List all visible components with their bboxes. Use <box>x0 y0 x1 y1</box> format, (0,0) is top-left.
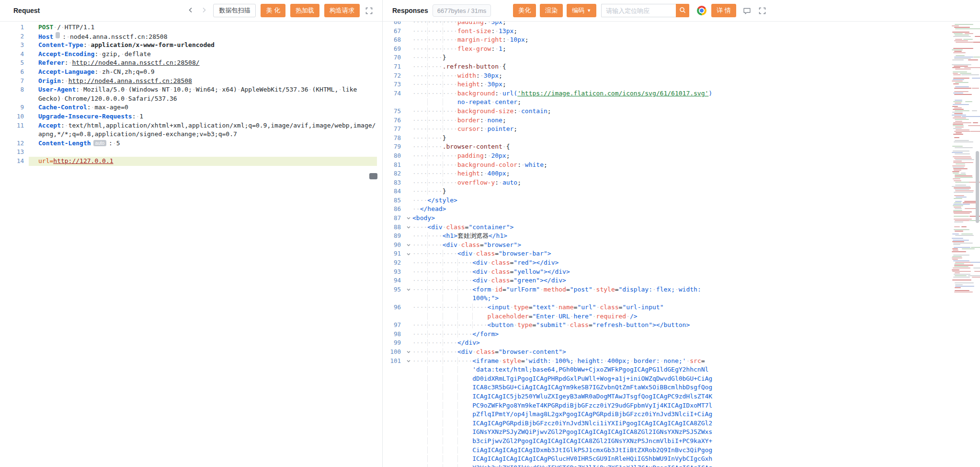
fold-chevron-icon[interactable] <box>405 348 412 357</box>
hot-reload-button[interactable]: 热加载 <box>290 4 319 17</box>
minimap-line <box>953 104 969 105</box>
minimap-line <box>953 128 962 129</box>
packet-scan-button[interactable]: 数据包扫描 <box>213 4 256 17</box>
fold-gutter <box>405 321 412 330</box>
vertical-scrollbar[interactable] <box>975 22 980 467</box>
code-line: 98················</form> <box>383 330 980 339</box>
fold-chevron-icon[interactable] <box>405 223 412 232</box>
minimap-line <box>955 208 962 209</box>
minimap-line <box>953 260 969 261</box>
locate-response-input[interactable] <box>601 4 676 17</box>
fold-gutter <box>405 71 412 81</box>
minimap-line <box>955 284 963 285</box>
line-number <box>383 419 405 428</box>
minimap-line <box>954 247 970 248</box>
minimap-line <box>955 28 974 29</box>
minimap-line <box>953 255 970 256</box>
beautify-response-button[interactable]: 美化 <box>513 4 536 17</box>
line-number <box>383 312 405 321</box>
line-number: 12 <box>0 139 29 148</box>
line-number: 3 <box>0 41 29 50</box>
minimap-line <box>955 103 961 104</box>
detail-button[interactable]: 详 情 <box>711 4 736 17</box>
minimap-line <box>955 110 969 111</box>
minimap-line <box>953 173 959 174</box>
fold-gutter <box>405 455 412 464</box>
minimap-line <box>955 121 962 122</box>
request-panel: Request 数据包扫描 美 化 热加载 构造请求 1POST·/·HTTP/… <box>0 0 383 467</box>
construct-request-button[interactable]: 构造请求 <box>324 4 360 17</box>
fold-gutter <box>29 85 38 94</box>
minimap-line <box>954 116 961 117</box>
minimap-line <box>952 280 971 280</box>
line-number: 13 <box>0 148 29 157</box>
fold-chevron-icon[interactable] <box>405 241 412 250</box>
minimap-line <box>953 79 964 80</box>
request-editor[interactable]: 1POST·/·HTTP/1.12Host:·node4.anna.nssctf… <box>0 22 382 467</box>
chrome-icon[interactable] <box>697 6 707 15</box>
minimap-line <box>963 39 973 40</box>
beautify-request-button[interactable]: 美 化 <box>261 4 285 17</box>
code-line: 86··</head> <box>383 205 980 214</box>
minimap-line <box>952 49 963 50</box>
code-line-wrap: ············no-repeat·center; <box>383 98 980 107</box>
encode-button[interactable]: 编码 ▼ <box>567 4 596 17</box>
expand-response-icon[interactable] <box>758 6 767 15</box>
response-editor[interactable]: 66············padding:·5px;67···········… <box>383 22 980 467</box>
fold-chevron-icon[interactable] <box>405 249 412 258</box>
fold-gutter <box>29 103 38 112</box>
minimap-line <box>956 129 969 130</box>
code-line-wrap: Gecko)·Chrome/120.0.0.0·Safari/537.36 <box>0 94 382 104</box>
minimap-line <box>952 67 960 68</box>
code-line: 92················<div·class="red"></div… <box>383 258 980 268</box>
code-line: 85····</style> <box>383 196 980 205</box>
fold-gutter <box>29 41 38 50</box>
fold-gutter <box>29 139 38 148</box>
response-stats-badge: 6677bytes / 31ms <box>433 4 491 17</box>
code-line-wrap: ················dD0idXRmLTgiPgogICAgPHRp… <box>383 374 980 384</box>
search-button[interactable] <box>676 4 689 17</box>
fold-chevron-icon[interactable] <box>405 357 412 366</box>
fold-gutter <box>405 187 412 196</box>
code-line: 67············font-size:·13px; <box>383 27 980 36</box>
prev-packet-button[interactable] <box>186 6 195 16</box>
minimap-line <box>955 24 973 25</box>
fold-gutter <box>405 419 412 428</box>
line-number: 69 <box>383 45 405 54</box>
code-line-wrap: ················'data:text/html;base64,P… <box>383 365 980 374</box>
code-line: 74············background:·url('https://i… <box>383 89 980 98</box>
fold-chevron-icon[interactable] <box>405 214 412 223</box>
minimap-line <box>954 219 972 220</box>
minimap-line <box>954 213 970 214</box>
line-number <box>383 374 405 384</box>
line-number: 6 <box>0 68 29 77</box>
render-button[interactable]: 渲染 <box>540 4 563 17</box>
minimap-line <box>952 269 959 270</box>
request-header: Request 数据包扫描 美 化 热加载 构造请求 <box>0 0 382 22</box>
scrollbar-thumb[interactable] <box>976 151 979 223</box>
code-line: 2Host:·node4.anna.nssctf.cn:28508 <box>0 32 382 41</box>
minimap-line <box>952 171 959 172</box>
fold-chevron-icon[interactable] <box>405 285 412 294</box>
request-toolbar: 数据包扫描 美 化 热加载 构造请求 <box>186 4 374 17</box>
line-number: 14 <box>0 157 29 166</box>
code-line: 77············cursor:·pointer; <box>383 125 980 134</box>
code-line: 66············padding:·5px; <box>383 22 980 27</box>
minimap[interactable] <box>951 22 975 467</box>
chevron-left-icon <box>187 7 194 15</box>
expand-request-icon[interactable] <box>365 6 374 15</box>
fold-gutter <box>405 22 412 27</box>
minimap-line <box>953 48 973 49</box>
comment-icon[interactable] <box>742 6 752 16</box>
next-packet-button[interactable] <box>200 6 208 16</box>
search-icon <box>679 7 686 15</box>
minimap-line <box>953 93 963 93</box>
fold-gutter <box>405 45 412 54</box>
minimap-line <box>955 174 966 175</box>
minimap-line <box>954 292 973 292</box>
code-line: 84········} <box>383 187 980 196</box>
minimap-line <box>954 187 971 188</box>
fold-gutter <box>405 125 412 134</box>
fold-gutter <box>405 80 412 89</box>
minimap-line <box>953 204 970 205</box>
